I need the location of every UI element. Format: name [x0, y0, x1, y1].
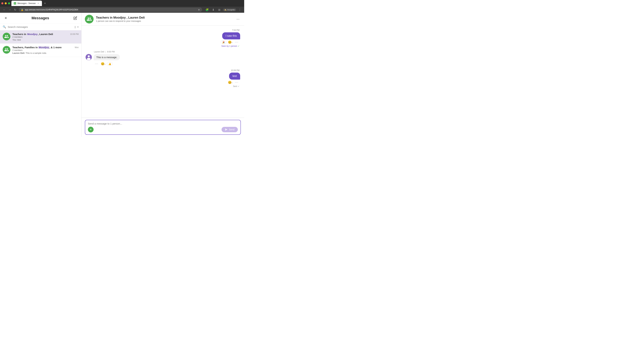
- msg3-more-btn[interactable]: ···: [234, 80, 240, 84]
- search-icon: 🔍: [3, 25, 6, 28]
- browser-tabs: S Messages - Seesaw × +: [12, 1, 243, 6]
- add-attachment-btn[interactable]: +: [88, 127, 94, 132]
- conv-info-2: Teachers, Families in Moodjoy, & 1 more …: [12, 46, 79, 54]
- conversation-list: Teachers in Moodjoy, Lauren Deli 10:08 P…: [0, 30, 81, 137]
- chat-header: Teachers in Moodjoy , Lauren Deli 1 pers…: [82, 13, 244, 26]
- send-btn[interactable]: Send: [222, 127, 238, 132]
- message-input[interactable]: [88, 122, 238, 125]
- msg1-seen: Seen by 1 person ✓: [221, 45, 240, 47]
- window-max-btn[interactable]: [8, 2, 10, 4]
- menu-icon[interactable]: ⋮: [238, 7, 242, 12]
- conv-preview-2: Lauren Deli: This is a sample note.: [12, 52, 79, 54]
- back-btn[interactable]: ←: [2, 7, 7, 12]
- conv-name-1: Teachers in Moodjoy, Lauren Deli: [12, 33, 53, 35]
- msg1-more-btn[interactable]: ···: [234, 40, 240, 44]
- conv-avatar-2: [3, 46, 10, 54]
- msg2-row: This is a message.: [86, 54, 120, 60]
- incognito-label: Incognito: [227, 9, 235, 11]
- msg3-actions: 😊+ ···: [228, 80, 240, 84]
- url-text: app.seesaw.me/c/conv.01HR4FNQSKJRF4332PS…: [25, 8, 196, 11]
- new-tab-btn[interactable]: +: [42, 1, 47, 6]
- message-group-2: Lauren Deli | 8:00 PM This is a message.: [86, 51, 240, 66]
- tab-favicon: S: [14, 2, 16, 4]
- msg2-avatar: [86, 54, 92, 60]
- msg1-reaction-party[interactable]: 🎉: [221, 40, 226, 44]
- extensions-icon[interactable]: 🧩: [205, 7, 210, 12]
- msg1-add-reaction-btn[interactable]: 😊+: [228, 40, 232, 44]
- download-icon[interactable]: ⬇: [211, 7, 216, 12]
- main-chat: Teachers in Moodjoy , Lauren Deli 1 pers…: [82, 13, 244, 137]
- message-input-box: + Send: [85, 120, 241, 135]
- filter-icon[interactable]: ≡: [77, 25, 79, 28]
- compose-btn[interactable]: [72, 15, 78, 21]
- close-sidebar-btn[interactable]: ✕: [3, 16, 8, 20]
- input-footer: + Send: [88, 127, 238, 132]
- conversation-item-2[interactable]: Teachers, Families in Moodjoy, & 1 more …: [0, 43, 81, 57]
- forward-btn[interactable]: →: [8, 7, 12, 12]
- window-min-btn[interactable]: [5, 2, 7, 4]
- incognito-badge: 🕵 Incognito: [223, 8, 236, 11]
- msg2-thumbs-up[interactable]: 👍: [107, 62, 113, 66]
- conv-name-2: Teachers, Families in Moodjoy, & 1 more: [12, 46, 62, 49]
- conversation-item-1[interactable]: Teachers in Moodjoy, Lauren Deli 10:08 P…: [0, 30, 81, 43]
- chat-more-btn[interactable]: ···: [235, 16, 241, 22]
- tab-title: Messages - Seesaw: [18, 2, 36, 4]
- app-container: ✕ Messages 🔍 | ≡: [0, 13, 244, 137]
- conv-info-1: Teachers in Moodjoy, Lauren Deli 10:08 P…: [12, 33, 79, 41]
- conv-members-1: 2 members: [12, 36, 79, 38]
- msg2-header: Lauren Deli | 8:00 PM: [94, 51, 115, 53]
- messages-area: 7:04 PM I saw this 🎉 😊+ ··· Seen by 1 pe…: [82, 26, 244, 118]
- msg2-add-reaction-btn[interactable]: 😊+: [101, 62, 106, 66]
- conv-time-2: Mon: [75, 46, 79, 49]
- active-tab[interactable]: S Messages - Seesaw ×: [12, 1, 42, 6]
- chat-title: Teachers in Moodjoy , Lauren Deli: [96, 16, 233, 19]
- chat-subtitle: 1 person can see & respond to your messa…: [96, 20, 233, 22]
- chat-header-avatar: [85, 15, 94, 23]
- msg1-actions: 🎉 😊+ ···: [221, 40, 240, 44]
- msg2-bubble: This is a message.: [94, 54, 120, 60]
- conv-avatar-1: [3, 33, 10, 40]
- toolbar-icons: 🧩 ⬇ ⊞ 🕵 Incognito ⋮: [205, 7, 242, 12]
- chat-header-info: Teachers in Moodjoy , Lauren Deli 1 pers…: [96, 16, 233, 22]
- search-bar: 🔍 | ≡: [0, 24, 81, 30]
- sidebar: ✕ Messages 🔍 | ≡: [0, 13, 82, 137]
- window-controls: [1, 2, 10, 4]
- nav-buttons: ← → ↻: [2, 7, 18, 12]
- cursor-indicator: |: [75, 26, 76, 28]
- conv-preview-1: You: test: [12, 38, 79, 41]
- msg3-sent: Sent ✓: [233, 85, 240, 87]
- msg1-bubble: I saw this: [222, 32, 240, 39]
- message-group-1: 7:04 PM I saw this 🎉 😊+ ··· Seen by 1 pe…: [86, 29, 240, 47]
- sidebar-title: Messages: [10, 16, 70, 20]
- svg-point-1: [88, 55, 90, 57]
- multiwindow-icon[interactable]: ⊞: [217, 7, 222, 12]
- msg2-actions: ··· 😊+ 👍: [94, 62, 113, 66]
- sidebar-header: ✕ Messages: [0, 13, 81, 24]
- msg3-add-reaction-btn[interactable]: 😊+: [228, 81, 232, 84]
- message-input-area: + Send: [82, 118, 244, 137]
- window-close-btn[interactable]: [1, 2, 3, 4]
- msg3-bubble: test: [229, 72, 240, 80]
- message-group-3: 10:08 PM test 😊+ ··· Sent ✓: [86, 69, 240, 87]
- msg3-time: 10:08 PM: [231, 69, 240, 71]
- conv-time-1: 10:08 PM: [70, 33, 79, 35]
- browser-chrome: S Messages - Seesaw × +: [0, 0, 244, 7]
- refresh-btn[interactable]: ↻: [13, 7, 18, 12]
- search-input[interactable]: [8, 25, 73, 28]
- msg2-more-btn[interactable]: ···: [94, 62, 100, 66]
- address-bar: ← → ↻ 🔒 app.seesaw.me/c/conv.01HR4FNQSKJ…: [0, 7, 244, 13]
- tab-close-btn[interactable]: ×: [37, 2, 40, 5]
- msg1-time: 7:04 PM: [232, 29, 240, 31]
- conv-members-2: 2 members: [12, 49, 79, 51]
- svg-point-2: [87, 58, 90, 60]
- url-bar[interactable]: 🔒 app.seesaw.me/c/conv.01HR4FNQSKJRF4332…: [19, 7, 202, 12]
